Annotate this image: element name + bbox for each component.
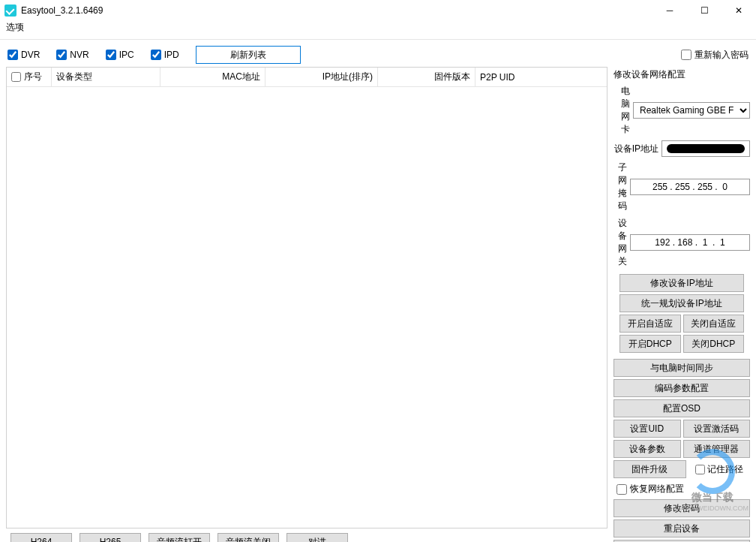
app-icon — [4, 5, 16, 17]
restore-network-input[interactable] — [616, 484, 627, 495]
time-sync-button[interactable]: 与电脑时间同步 — [614, 359, 750, 377]
close-button[interactable]: ✕ — [722, 0, 756, 21]
device-ip-input[interactable] — [662, 140, 750, 157]
checkbox-ipc[interactable]: IPC — [106, 50, 134, 60]
titlebar: Easytool_3.2.1.6469 ─ ☐ ✕ — [0, 0, 756, 21]
checkbox-reenter-password-label: 重新输入密码 — [694, 49, 748, 62]
remember-path-label: 记住路径 — [707, 463, 743, 476]
restart-device-button[interactable]: 重启设备 — [614, 519, 750, 537]
audio-close-button[interactable]: 音频流关闭 — [218, 533, 279, 542]
th-seq-label: 序号 — [24, 71, 42, 83]
checkbox-ipd-label: IPD — [164, 50, 179, 60]
subnet-input[interactable] — [630, 179, 750, 195]
set-activation-button[interactable]: 设置激活码 — [683, 420, 751, 438]
firmware-upgrade-button[interactable]: 固件升级 — [614, 460, 686, 478]
menu-options[interactable]: 选项 — [6, 22, 24, 32]
checkbox-reenter-password[interactable]: 重新输入密码 — [681, 49, 748, 62]
h264-button[interactable]: H264 — [10, 533, 72, 542]
network-config-panel: 修改设备网络配置 电脑网卡 Realtek Gaming GBE F 设备IP地… — [608, 67, 753, 528]
checkbox-dvr[interactable]: DVR — [8, 50, 40, 60]
th-p2p[interactable]: P2P UID — [476, 68, 607, 86]
menubar: 选项 — [0, 21, 756, 36]
disable-dhcp-button[interactable]: 关闭DHCP — [683, 335, 745, 353]
minimize-button[interactable]: ─ — [652, 0, 687, 21]
remember-path-checkbox[interactable]: 记住路径 — [688, 463, 751, 476]
th-seq[interactable]: 序号 — [7, 68, 52, 86]
table-body — [7, 87, 607, 507]
enable-adaptive-button[interactable]: 开启自适应 — [620, 315, 681, 333]
device-params-button[interactable]: 设备参数 — [614, 440, 681, 458]
h265-button[interactable]: H265 — [80, 533, 141, 542]
select-all-checkbox[interactable] — [11, 72, 21, 82]
enable-dhcp-button[interactable]: 开启DHCP — [620, 335, 681, 353]
checkbox-ipc-label: IPC — [119, 50, 134, 60]
horizontal-scrollbar[interactable] — [7, 507, 607, 520]
th-mac[interactable]: MAC地址 — [160, 68, 266, 86]
checkbox-dvr-label: DVR — [21, 50, 40, 60]
encode-config-button[interactable]: 编码参数配置 — [614, 379, 750, 397]
subnet-label: 子网掩码 — [614, 161, 627, 212]
device-table[interactable]: 序号 设备类型 MAC地址 IP地址(排序) 固件版本 P2P UID — [6, 67, 608, 528]
checkbox-reenter-password-input[interactable] — [681, 50, 692, 60]
restore-network-label: 恢复网络配置 — [630, 483, 684, 495]
modify-password-button[interactable]: 修改密码 — [614, 499, 750, 517]
table-header: 序号 设备类型 MAC地址 IP地址(排序) 固件版本 P2P UID — [7, 68, 607, 87]
checkbox-ipd-input[interactable] — [151, 50, 161, 60]
nic-select[interactable]: Realtek Gaming GBE F — [633, 102, 750, 119]
gateway-label: 设备网关 — [614, 217, 627, 268]
checkbox-ipd[interactable]: IPD — [151, 50, 179, 60]
th-ip[interactable]: IP地址(排序) — [266, 68, 378, 86]
nic-label: 电脑网卡 — [614, 85, 630, 136]
gateway-input[interactable] — [630, 234, 750, 251]
set-uid-button[interactable]: 设置UID — [614, 420, 681, 438]
checkbox-nvr-input[interactable] — [56, 50, 67, 60]
restore-network-checkbox[interactable]: 恢复网络配置 — [616, 483, 750, 495]
refresh-button[interactable]: 刷新列表 — [196, 46, 301, 64]
panel-title: 修改设备网络配置 — [614, 68, 750, 81]
checkbox-nvr[interactable]: NVR — [56, 50, 88, 60]
channel-manager-button[interactable]: 通道管理器 — [683, 440, 751, 458]
plan-ip-button[interactable]: 统一规划设备IP地址 — [620, 294, 744, 312]
th-device-type[interactable]: 设备类型 — [52, 68, 160, 86]
disable-adaptive-button[interactable]: 关闭自适应 — [683, 315, 745, 333]
remember-path-input[interactable] — [695, 465, 705, 474]
device-ip-label: 设备IP地址 — [614, 143, 658, 155]
osd-config-button[interactable]: 配置OSD — [614, 399, 750, 417]
modify-ip-button[interactable]: 修改设备IP地址 — [620, 274, 744, 292]
window-title: Easytool_3.2.1.6469 — [21, 5, 103, 16]
checkbox-ipc-input[interactable] — [106, 50, 116, 60]
checkbox-nvr-label: NVR — [70, 50, 88, 60]
th-firmware[interactable]: 固件版本 — [378, 68, 476, 86]
audio-open-button[interactable]: 音频流打开 — [148, 533, 210, 542]
toolbar: DVR NVR IPC IPD 刷新列表 重新输入密码 — [0, 43, 756, 67]
separator — [0, 39, 756, 40]
intercom-button[interactable]: 对讲 — [286, 533, 348, 542]
maximize-button[interactable]: ☐ — [687, 0, 722, 21]
checkbox-dvr-input[interactable] — [8, 50, 18, 60]
